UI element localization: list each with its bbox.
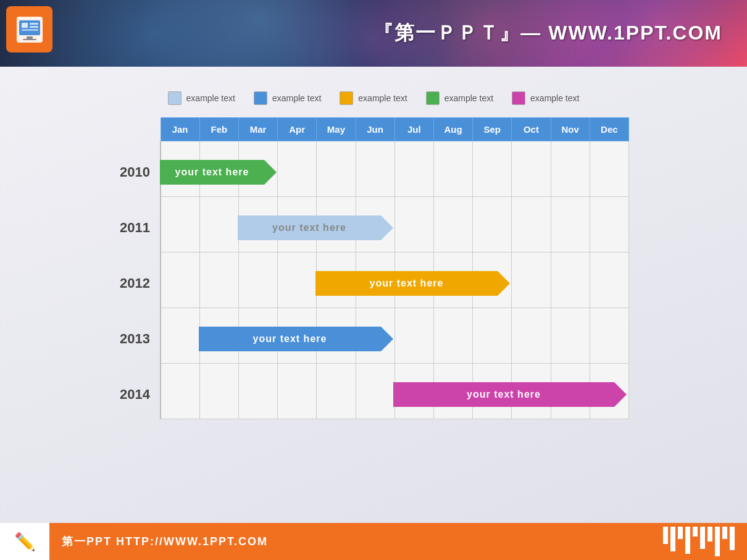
- footer-bar-1: [670, 527, 675, 551]
- month-header-may: May: [317, 118, 356, 141]
- gantt-cell-2012-jun: [356, 253, 394, 308]
- gantt-cell-2010-jul: [394, 141, 433, 197]
- gantt-cell-2011-feb: [199, 197, 238, 253]
- footer-bar-2: [678, 527, 683, 539]
- gantt-cell-2011-mar: [238, 197, 277, 253]
- gantt-cell-2013-feb: [199, 308, 238, 364]
- gantt-cell-2010-dec: [590, 141, 628, 197]
- gantt-cell-2012-may: [317, 253, 356, 308]
- month-header-jun: Jun: [356, 118, 394, 141]
- svg-rect-4: [30, 26, 38, 28]
- gantt-cell-2011-oct: [512, 197, 551, 253]
- gantt-cell-2011-dec: [590, 197, 628, 253]
- gantt-cell-2013-apr: [278, 308, 317, 364]
- gantt-area: JanFebMarAprMayJunJulAugSepOctNovDec you…: [160, 117, 629, 419]
- gantt-cell-2010-oct: [512, 141, 551, 197]
- gantt-cell-2013-jun: [356, 308, 394, 364]
- svg-rect-5: [22, 29, 38, 31]
- gantt-cell-2014-aug: [433, 364, 472, 419]
- svg-rect-2: [22, 23, 28, 28]
- header-title: 『第一ＰＰＴ』— WWW.1PPT.COM: [374, 20, 722, 47]
- gantt-cell-2010-jun: [356, 141, 394, 197]
- svg-rect-6: [27, 36, 33, 39]
- footer-decoration: [663, 527, 747, 556]
- month-header-dec: Dec: [590, 118, 628, 141]
- header: 『第一ＰＰＴ』— WWW.1PPT.COM: [0, 0, 747, 67]
- footer-bar-5: [700, 527, 705, 549]
- footer: ✏️ 第一PPT HTTP://WWW.1PPT.COM: [0, 523, 747, 560]
- year-label-2010: 2010: [118, 144, 155, 200]
- gantt-cell-2014-jul: [394, 364, 433, 419]
- gantt-cell-2012-feb: [199, 253, 238, 308]
- month-header-mar: Mar: [238, 118, 277, 141]
- gantt-cell-2013-dec: [590, 308, 628, 364]
- gantt-cell-2012-mar: [238, 253, 277, 308]
- gantt-cell-2012-aug: [433, 253, 472, 308]
- legend-color-3: [426, 91, 440, 105]
- month-header-jan: Jan: [161, 118, 199, 141]
- gantt-cell-2010-may: [317, 141, 356, 197]
- legend-item-2: example text: [340, 91, 407, 105]
- header-logo: [6, 6, 52, 52]
- gantt-cell-2011-jun: [356, 197, 394, 253]
- legend: example text example text example text e…: [168, 91, 580, 105]
- legend-item-4: example text: [512, 91, 579, 105]
- year-label-2012: 2012: [118, 256, 155, 311]
- gantt-cell-2011-may: [317, 197, 356, 253]
- gantt-cell-2014-jun: [356, 364, 394, 419]
- month-header-jul: Jul: [394, 118, 433, 141]
- footer-bar-8: [722, 527, 727, 539]
- legend-color-1: [254, 91, 267, 105]
- month-header-oct: Oct: [512, 118, 551, 141]
- gantt-cell-2011-nov: [551, 197, 590, 253]
- gantt-cell-2010-feb: [199, 141, 238, 197]
- gantt-cell-2013-mar: [238, 308, 277, 364]
- gantt-cell-2014-feb: [199, 364, 238, 419]
- footer-text: 第一PPT HTTP://WWW.1PPT.COM: [49, 534, 663, 549]
- gantt-cell-2013-aug: [433, 308, 472, 364]
- gantt-cell-2014-sep: [473, 364, 512, 419]
- gantt-cell-2014-dec: [590, 364, 628, 419]
- gantt-cell-2012-dec: [590, 253, 628, 308]
- gantt-wrapper: 20102011201220132014 JanFebMarAprMayJunJ…: [118, 117, 629, 422]
- gantt-cell-2012-oct: [512, 253, 551, 308]
- month-header-feb: Feb: [199, 118, 238, 141]
- gantt-row-2010: [161, 141, 629, 197]
- gantt-cell-2010-aug: [433, 141, 472, 197]
- year-label-2013: 2013: [118, 311, 155, 367]
- gantt-table: JanFebMarAprMayJunJulAugSepOctNovDec: [160, 117, 629, 419]
- gantt-cell-2011-sep: [473, 197, 512, 253]
- gantt-cell-2010-apr: [278, 141, 317, 197]
- legend-color-2: [340, 91, 353, 105]
- svg-rect-7: [23, 39, 36, 40]
- footer-logo-area: ✏️: [0, 523, 49, 560]
- legend-item-1: example text: [254, 91, 321, 105]
- legend-label-2: example text: [358, 93, 407, 103]
- year-label-2014: 2014: [118, 367, 155, 422]
- footer-bar-9: [730, 527, 735, 550]
- legend-label-4: example text: [530, 93, 579, 103]
- gantt-cell-2012-apr: [278, 253, 317, 308]
- footer-bar-6: [707, 527, 712, 541]
- gantt-cell-2014-jan: [161, 364, 199, 419]
- gantt-cell-2010-mar: [238, 141, 277, 197]
- gantt-cell-2011-jan: [161, 197, 199, 253]
- gantt-cell-2014-oct: [512, 364, 551, 419]
- gantt-cell-2013-jan: [161, 308, 199, 364]
- month-header-sep: Sep: [473, 118, 512, 141]
- gantt-cell-2012-jul: [394, 253, 433, 308]
- gantt-cell-2010-sep: [473, 141, 512, 197]
- month-header-aug: Aug: [433, 118, 472, 141]
- gantt-cell-2013-nov: [551, 308, 590, 364]
- footer-bar-3: [685, 527, 690, 554]
- legend-label-3: example text: [444, 93, 493, 103]
- gantt-row-2014: [161, 364, 629, 419]
- gantt-row-2012: [161, 253, 629, 308]
- gantt-cell-2011-jul: [394, 197, 433, 253]
- footer-bar-0: [663, 527, 668, 544]
- month-header-nov: Nov: [551, 118, 590, 141]
- legend-color-0: [168, 91, 182, 105]
- gantt-cell-2012-nov: [551, 253, 590, 308]
- legend-label-1: example text: [272, 93, 321, 103]
- legend-item-0: example text: [168, 91, 235, 105]
